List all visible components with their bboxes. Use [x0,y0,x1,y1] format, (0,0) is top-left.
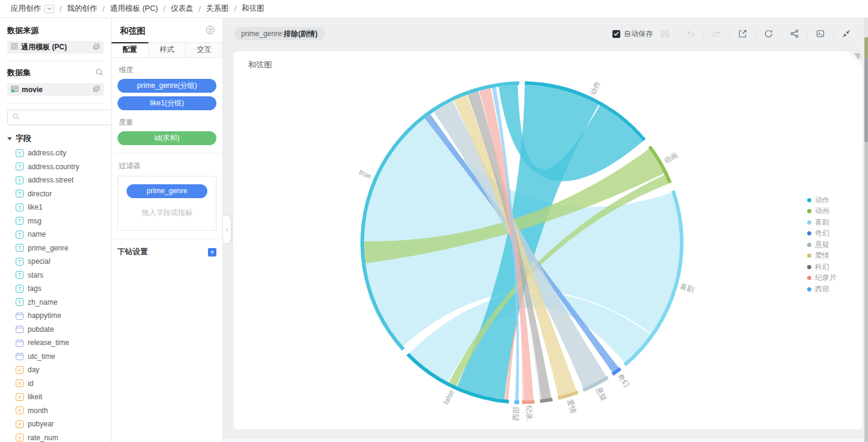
legend-item-西部[interactable]: 西部 [807,284,837,295]
breadcrumb-item-1[interactable]: 应用创作 [11,4,41,14]
field-search-input[interactable] [23,113,112,122]
arc-纪录片[interactable] [522,400,535,404]
svg-text:T: T [18,218,21,224]
arc-label-true: true [358,167,373,180]
field-utc_time[interactable]: utc_time [0,350,111,364]
field-likeit[interactable]: #likeit [0,390,111,404]
bottom-scrollbar[interactable] [223,438,864,442]
collapse-panel-handle[interactable]: ‹ [223,216,231,243]
field-name: name [28,230,46,238]
field-special[interactable]: Tspecial [0,255,111,269]
date-field-icon [16,325,24,333]
svg-text:#: # [18,421,21,427]
collapse-icon[interactable] [839,26,854,41]
field-stars[interactable]: Tstars [0,269,111,282]
field-address.city[interactable]: Taddress.city [0,146,111,160]
dataset-search-icon[interactable] [95,68,104,78]
fields-section-toggle[interactable]: 字段 [0,125,111,146]
breadcrumb-separator: / [199,5,201,13]
field-id[interactable]: #id [0,377,111,391]
svg-text:#: # [18,408,21,414]
tab-配置[interactable]: 配置 [112,43,149,57]
text-field-icon: T [16,231,24,238]
field-happytime[interactable]: happytime [0,309,111,323]
add-drill-button[interactable]: + [208,248,216,257]
field-address.country[interactable]: Taddress.country [0,160,111,174]
filter-chip[interactable]: prime_genre:排除(剧情) [234,27,325,40]
number-field-icon: # [16,420,24,428]
refresh-icon[interactable] [761,26,776,41]
date-field-icon [16,339,24,347]
arc-label-动作: 动作 [588,79,602,96]
chart-title: 和弦图 [248,60,272,70]
filter-pill[interactable]: prime_genre [127,184,207,198]
breadcrumb-item-2[interactable]: 我的创作 [67,4,97,14]
divider [112,153,222,154]
app-root: 应用创作/我的创作/通用模板 (PC)/仪表盘/关系图/和弦图 数据来源 通用模… [0,0,868,442]
chord-chart-type-icon[interactable] [206,25,215,37]
export-icon[interactable] [735,26,750,41]
legend-item-科幻[interactable]: 科幻 [807,261,837,273]
field-tags[interactable]: Ttags [0,282,111,296]
breadcrumb-item-3[interactable]: 通用模板 (PC) [110,4,158,14]
breadcrumb-item-6[interactable]: 和弦图 [242,4,265,14]
measure-pill[interactable]: id(求和) [118,131,216,145]
field-rate_num[interactable]: #rate_num [0,431,111,442]
tab-样式[interactable]: 样式 [149,43,186,57]
svg-text:#: # [18,381,21,387]
datasource-item[interactable]: 通用模板 (PC) [7,41,104,54]
arc-label-喜剧: 喜剧 [679,282,695,294]
arc-label-纪录片: 纪录. [524,405,533,422]
svg-text:#: # [18,367,21,373]
console-icon[interactable] [813,26,828,41]
legend-item-奇幻[interactable]: 奇幻 [807,228,837,240]
chord-diagram[interactable]: 动作动画喜剧奇幻悬疑爱情纪录.西部falsetrue [233,51,863,429]
app-switcher-caret[interactable] [45,5,54,13]
field-search-box[interactable] [7,110,112,125]
field-pubyear[interactable]: #pubyear [0,417,111,431]
field-month[interactable]: #month [0,404,111,418]
card-corner-menu[interactable] [846,51,863,67]
field-msg[interactable]: Tmsg [0,214,111,228]
dataset-item[interactable]: movie [7,83,104,96]
share-icon[interactable] [787,26,802,41]
date-field-icon [16,312,24,320]
dataset-table-icon [11,85,19,95]
breadcrumb-item-5[interactable]: 关系图 [206,4,229,14]
legend-item-纪录片[interactable]: 纪录片 [807,273,837,284]
legend-item-动作[interactable]: 动作 [807,195,837,206]
data-sidebar: 数据来源 通用模板 (PC) 数据集 [0,18,112,442]
field-pubdate[interactable]: pubdate [0,323,111,337]
filter-chip-field: prime_genre: [241,30,284,38]
field-zh_name[interactable]: Tzh_name [0,296,111,310]
dimension-pill[interactable]: like1(分组) [118,96,216,110]
svg-text:T: T [18,150,21,156]
field-name: zh_name [28,298,57,307]
field-like1[interactable]: Tlike1 [0,201,111,214]
chart-card[interactable]: 动作动画喜剧奇幻悬疑爱情纪录.西部falsetrue 和弦图 动作动画喜剧奇幻悬… [233,51,863,429]
legend-item-喜剧[interactable]: 喜剧 [807,217,837,228]
undo-icon [684,26,698,41]
arc-label-爱情: 爱情 [565,398,577,414]
filter-dropzone[interactable]: prime_genre 拖入字段或指标 [118,176,216,231]
legend-item-悬疑[interactable]: 悬疑 [807,239,837,251]
field-release_time[interactable]: release_time [0,336,111,350]
field-name[interactable]: Tname [0,228,111,241]
datasource-copy-icon[interactable] [92,43,100,52]
field-address.street[interactable]: Taddress.street [0,173,111,187]
arc-西部[interactable] [514,400,519,404]
field-prime_genre[interactable]: Tprime_genre [0,241,111,255]
dimension-pill[interactable]: prime_genre(分组) [118,79,216,93]
field-name: pubyear [28,420,54,428]
breadcrumb-item-4[interactable]: 仪表盘 [171,4,193,14]
field-name: prime_genre [28,244,68,252]
svg-text:#: # [18,394,21,400]
field-day[interactable]: #day [0,363,111,377]
autosave-checkbox[interactable] [612,30,620,38]
number-field-icon: # [16,366,24,374]
tab-交互[interactable]: 交互 [186,43,222,57]
dataset-copy-icon[interactable] [92,85,100,95]
legend-item-动画[interactable]: 动画 [807,206,837,217]
legend-item-爱情[interactable]: 爱情 [807,251,837,262]
field-director[interactable]: Tdirector [0,187,111,201]
